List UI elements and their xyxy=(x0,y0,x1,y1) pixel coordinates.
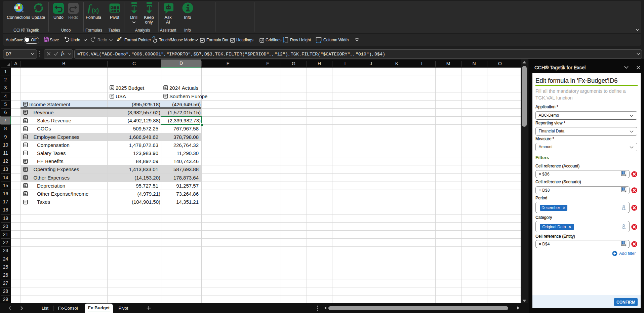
svg-text:(x): (x) xyxy=(92,7,99,14)
